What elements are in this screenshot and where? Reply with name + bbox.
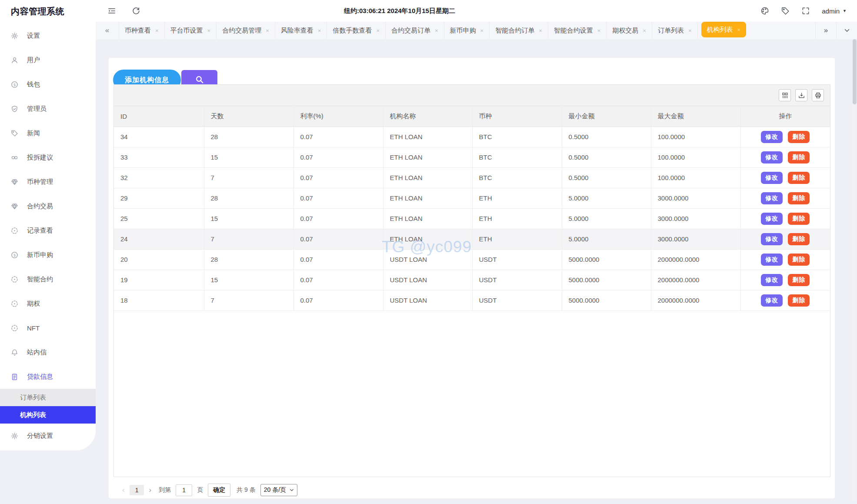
theme-palette-icon[interactable] [760, 7, 769, 15]
tag-icon [11, 130, 18, 137]
user-icon [11, 57, 18, 64]
tab[interactable]: 币种查看 × [119, 22, 165, 39]
sidebar-item[interactable]: 分销设置 [0, 424, 96, 448]
tab-close-icon[interactable]: × [539, 27, 542, 34]
tab-close-icon[interactable]: × [597, 27, 601, 34]
tab[interactable]: 智能合约订单 × [490, 22, 548, 39]
sidebar-item-label: 站内信 [27, 348, 47, 357]
tab-label: 倍数手数查看 [333, 27, 372, 35]
page-scrollbar[interactable] [853, 39, 857, 501]
sidebar-item[interactable]: NFT [0, 316, 96, 340]
sidebar-item-label: 设置 [27, 32, 40, 40]
delete-button[interactable]: 删除 [788, 213, 810, 225]
tag-icon[interactable] [781, 7, 790, 15]
page-next-icon[interactable]: › [149, 486, 151, 494]
edit-button[interactable]: 修改 [761, 151, 783, 164]
cell-max: 100.0000 [651, 167, 740, 188]
tabs-scroll-right-icon[interactable]: » [815, 22, 836, 39]
delete-button[interactable]: 删除 [788, 151, 810, 164]
tab[interactable]: 期权交易 × [607, 22, 652, 39]
page-current[interactable]: 1 [130, 485, 144, 495]
sidebar-item[interactable]: 贷款信息 [0, 364, 96, 389]
tab[interactable]: 订单列表 × [652, 22, 698, 39]
sidebar-item[interactable]: 新币申购 [0, 243, 96, 267]
sidebar-item[interactable]: 设置 [0, 23, 96, 48]
sidebar-item[interactable]: 用户 [0, 48, 96, 72]
tabs-menu-icon[interactable] [836, 22, 857, 39]
edit-button[interactable]: 修改 [761, 213, 783, 225]
export-icon[interactable] [795, 89, 807, 101]
fullscreen-icon[interactable] [801, 7, 810, 15]
delete-button[interactable]: 删除 [788, 233, 810, 245]
cell-days: 15 [204, 147, 293, 167]
delete-button[interactable]: 删除 [788, 294, 810, 307]
sidebar-item[interactable]: 合约交易 [0, 194, 96, 218]
tab-close-icon[interactable]: × [266, 27, 269, 34]
edit-button[interactable]: 修改 [761, 274, 783, 286]
sidebar-item[interactable]: 钱包 [0, 72, 96, 97]
table-header-row: ID 天数 利率(%) 机构名称 币种 最小金额 最大金额 操作 [114, 106, 830, 127]
sidebar-item[interactable]: 记录查看 [0, 218, 96, 243]
sidebar-item[interactable]: 订单列表 [0, 389, 96, 406]
columns-filter-icon[interactable] [779, 89, 791, 101]
tab-label: 新币申购 [450, 27, 476, 35]
delete-button[interactable]: 删除 [788, 254, 810, 266]
sidebar-item[interactable]: 投拆建议 [0, 145, 96, 170]
cell-max: 100.0000 [651, 127, 740, 147]
edit-button[interactable]: 修改 [761, 254, 783, 266]
delete-button[interactable]: 删除 [788, 274, 810, 286]
tab[interactable]: 倍数手数查看 × [327, 22, 386, 39]
tab[interactable]: 新币申购 × [444, 22, 490, 39]
tab-close-icon[interactable]: × [435, 27, 438, 34]
tab-close-icon[interactable]: × [207, 27, 211, 34]
tab[interactable]: 合约交易管理 × [217, 22, 275, 39]
user-menu[interactable]: admin ▼ [822, 7, 847, 15]
edit-button[interactable]: 修改 [761, 294, 783, 307]
col-coin: 币种 [472, 106, 562, 127]
cell-actions: 修改 删除 [740, 270, 830, 290]
table-row: 33 15 0.07 ETH LOAN BTC 0.5000 100.0000 … [114, 147, 830, 167]
collapse-menu-icon[interactable] [107, 7, 116, 15]
tab-close-icon[interactable]: × [155, 27, 159, 34]
tab-close-icon[interactable]: × [480, 27, 484, 34]
goto-page-input[interactable] [176, 484, 192, 496]
tab[interactable]: 风险率查看 × [275, 22, 327, 39]
tab-label: 合约交易订单 [391, 27, 430, 35]
tab[interactable]: 机构列表 × [701, 22, 747, 37]
tab-close-icon[interactable]: × [643, 27, 646, 34]
tab[interactable]: 合约交易订单 × [386, 22, 444, 39]
sidebar-item[interactable]: 币种管理 [0, 170, 96, 194]
tab-close-icon[interactable]: × [737, 27, 741, 33]
sidebar-item[interactable]: 智能合约 [0, 267, 96, 291]
refresh-icon[interactable] [132, 7, 140, 15]
delete-button[interactable]: 删除 [788, 131, 810, 143]
cell-min: 5.0000 [562, 188, 651, 208]
sidebar-item[interactable]: 机构列表 [0, 406, 96, 424]
confirm-page-button[interactable]: 确定 [208, 484, 230, 497]
edit-button[interactable]: 修改 [761, 131, 783, 143]
cell-coin: USDT [472, 290, 562, 310]
print-icon[interactable] [812, 89, 824, 101]
sidebar-item[interactable]: 期权 [0, 291, 96, 316]
sidebar-item[interactable]: 新闻 [0, 121, 96, 145]
page-size-select[interactable]: 20 条/页 [260, 484, 297, 496]
page-prev-icon[interactable]: ‹ [122, 486, 125, 494]
tab-close-icon[interactable]: × [318, 27, 321, 34]
edit-button[interactable]: 修改 [761, 192, 783, 204]
tab-close-icon[interactable]: × [376, 27, 380, 34]
cell-rate: 0.07 [293, 147, 383, 167]
tab-close-icon[interactable]: × [688, 27, 692, 34]
delete-button[interactable]: 删除 [788, 192, 810, 204]
edit-button[interactable]: 修改 [761, 233, 783, 245]
tab[interactable]: 智能合约设置 × [548, 22, 607, 39]
tabs-scroll-left-icon[interactable]: « [96, 22, 119, 39]
sidebar-item[interactable]: 管理员 [0, 97, 96, 121]
table-row: 32 7 0.07 ETH LOAN BTC 0.5000 100.0000 修… [114, 167, 830, 188]
tab[interactable]: 平台币设置 × [165, 22, 217, 39]
sidebar-item[interactable]: 站内信 [0, 340, 96, 364]
scrollbar-thumb[interactable] [853, 39, 857, 104]
cell-id: 29 [114, 188, 204, 208]
delete-button[interactable]: 删除 [788, 172, 810, 184]
sidebar-item-label: 新闻 [27, 129, 40, 137]
edit-button[interactable]: 修改 [761, 172, 783, 184]
